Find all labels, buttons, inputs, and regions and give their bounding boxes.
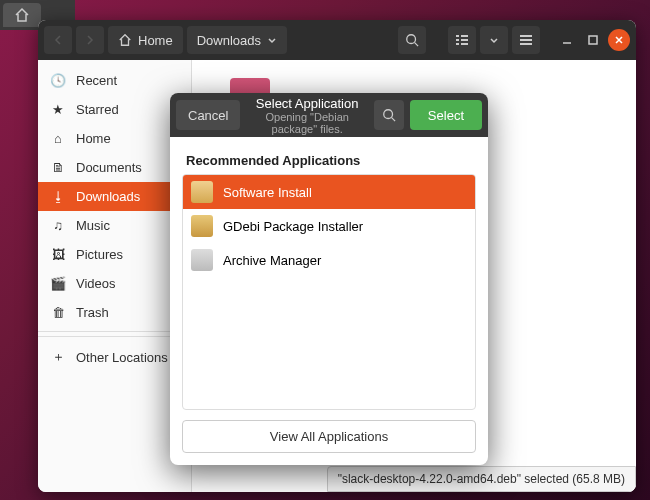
sidebar-icon: ♫ [50, 218, 66, 233]
sidebar-item-recent[interactable]: 🕓Recent [38, 66, 191, 95]
activities-home-icon[interactable] [3, 3, 41, 27]
sidebar-item-music[interactable]: ♫Music [38, 211, 191, 240]
status-bar: "slack-desktop-4.22.0-amd64.deb" selecte… [327, 466, 636, 492]
sidebar-item-label: Home [76, 131, 111, 146]
dialog-header: Cancel Select Application Opening "Debia… [170, 93, 488, 137]
minimize-button[interactable] [556, 29, 578, 51]
sidebar: 🕓Recent★Starred⌂Home🗎Documents⭳Downloads… [38, 60, 192, 492]
sidebar-item-label: Downloads [76, 189, 140, 204]
sidebar-item-label: Other Locations [76, 350, 168, 365]
sidebar-item-home[interactable]: ⌂Home [38, 124, 191, 153]
sidebar-item-label: Music [76, 218, 110, 233]
view-list-button[interactable] [448, 26, 476, 54]
breadcrumb-home-label: Home [138, 33, 173, 48]
cancel-button[interactable]: Cancel [176, 100, 240, 130]
svg-rect-4 [461, 39, 468, 41]
maximize-button[interactable] [582, 29, 604, 51]
dialog-title: Select Application [246, 96, 367, 111]
select-application-dialog: Cancel Select Application Opening "Debia… [170, 93, 488, 465]
sidebar-icon: ★ [50, 102, 66, 117]
chevron-down-icon [267, 35, 277, 45]
sidebar-item-documents[interactable]: 🗎Documents [38, 153, 191, 182]
app-item-label: Archive Manager [223, 253, 321, 268]
sidebar-item-label: Trash [76, 305, 109, 320]
sidebar-item-label: Videos [76, 276, 116, 291]
app-item-gdebi-package-installer[interactable]: GDebi Package Installer [183, 209, 475, 243]
close-icon [614, 35, 624, 45]
select-button[interactable]: Select [410, 100, 482, 130]
view-all-applications-button[interactable]: View All Applications [182, 420, 476, 453]
recommended-section-header: Recommended Applications [182, 147, 476, 174]
app-item-label: GDebi Package Installer [223, 219, 363, 234]
application-list: Software InstallGDebi Package InstallerA… [182, 174, 476, 410]
sidebar-item-label: Recent [76, 73, 117, 88]
sidebar-icon: 🗎 [50, 160, 66, 175]
sidebar-icon: 🎬 [50, 276, 66, 291]
svg-rect-3 [456, 39, 459, 41]
breadcrumb-downloads-label: Downloads [197, 33, 261, 48]
search-icon [405, 33, 419, 47]
hamburger-icon [520, 34, 532, 46]
svg-rect-2 [461, 35, 468, 37]
install-icon [191, 181, 213, 203]
sidebar-icon: 🖼 [50, 247, 66, 262]
search-button[interactable] [398, 26, 426, 54]
sidebar-item-starred[interactable]: ★Starred [38, 95, 191, 124]
app-item-archive-manager[interactable]: Archive Manager [183, 243, 475, 277]
back-button[interactable] [44, 26, 72, 54]
sidebar-item-trash[interactable]: 🗑Trash [38, 298, 191, 327]
sidebar-icon: 🗑 [50, 305, 66, 320]
svg-rect-8 [520, 39, 532, 41]
hamburger-menu-button[interactable] [512, 26, 540, 54]
sidebar-item-other-locations[interactable]: ＋Other Locations [38, 341, 191, 373]
view-dropdown-button[interactable] [480, 26, 508, 54]
close-button[interactable] [608, 29, 630, 51]
app-item-software-install[interactable]: Software Install [183, 175, 475, 209]
svg-rect-9 [520, 43, 532, 45]
dialog-subtitle: Opening "Debian package" files. [246, 111, 367, 135]
dialog-search-button[interactable] [374, 100, 404, 130]
svg-rect-10 [589, 36, 597, 44]
svg-point-0 [407, 35, 416, 44]
sidebar-icon: ⌂ [50, 131, 66, 146]
forward-button[interactable] [76, 26, 104, 54]
sidebar-item-label: Starred [76, 102, 119, 117]
archive-icon [191, 249, 213, 271]
breadcrumb-home[interactable]: Home [108, 26, 183, 54]
chevron-down-icon [489, 35, 499, 45]
sidebar-icon: 🕓 [50, 73, 66, 88]
sidebar-item-label: Documents [76, 160, 142, 175]
svg-point-11 [384, 110, 393, 119]
svg-rect-6 [461, 43, 468, 45]
svg-rect-7 [520, 35, 532, 37]
sidebar-item-downloads[interactable]: ⭳Downloads [38, 182, 191, 211]
titlebar: Home Downloads [38, 20, 636, 60]
sidebar-item-videos[interactable]: 🎬Videos [38, 269, 191, 298]
sidebar-item-pictures[interactable]: 🖼Pictures [38, 240, 191, 269]
sidebar-icon: ＋ [50, 348, 66, 366]
breadcrumb-downloads[interactable]: Downloads [187, 26, 287, 54]
status-text: "slack-desktop-4.22.0-amd64.deb" selecte… [338, 472, 625, 486]
sidebar-item-label: Pictures [76, 247, 123, 262]
gdebi-icon [191, 215, 213, 237]
search-icon [382, 108, 396, 122]
sidebar-icon: ⭳ [50, 189, 66, 204]
svg-rect-1 [456, 35, 459, 37]
svg-rect-5 [456, 43, 459, 45]
app-item-label: Software Install [223, 185, 312, 200]
